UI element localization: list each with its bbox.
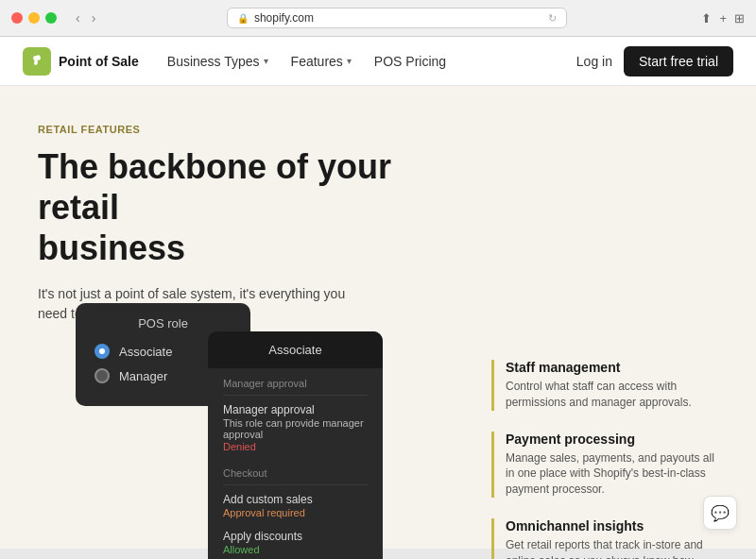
nav-features[interactable]: Features ▾ — [282, 48, 361, 75]
hero-title: The backbone of your retail business — [38, 146, 435, 269]
forward-button[interactable]: › — [88, 8, 100, 27]
refresh-icon[interactable]: ↻ — [548, 12, 557, 25]
tabs-icon[interactable]: ⊞ — [734, 11, 745, 25]
permission-apply-discounts-title: Apply discounts — [223, 530, 368, 543]
main-content: Retail FeAtuRES The backbone of your ret… — [0, 86, 756, 549]
nav-pos-pricing[interactable]: POS Pricing — [365, 48, 455, 75]
close-button[interactable] — [11, 12, 23, 24]
shopify-icon — [23, 47, 51, 76]
hero-title-line1: The backbone of your retail — [38, 147, 391, 227]
feature-payment-processing-desc: Manage sales, payments, and payouts all … — [506, 450, 718, 498]
permission-section-manager-approval: Manager approval — [223, 368, 368, 393]
feature-staff-management-title: Staff management — [506, 360, 718, 375]
nav-features-label: Features — [291, 54, 343, 69]
minimize-button[interactable] — [28, 12, 40, 24]
feature-staff-management-desc: Control what staff can access with permi… — [506, 379, 718, 411]
share-icon[interactable]: ⬆ — [701, 11, 712, 25]
nav-business-types[interactable]: Business Types ▾ — [158, 48, 278, 75]
trial-button[interactable]: Start free trial — [624, 46, 733, 76]
permission-add-custom-sales-status: Approval required — [223, 507, 368, 518]
permission-apply-discounts: Apply discounts Allowed — [223, 524, 368, 559]
navbar: Point of Sale Business Types ▾ Features … — [0, 37, 756, 86]
nav-links: Business Types ▾ Features ▾ POS Pricing — [158, 48, 576, 75]
new-tab-icon[interactable]: + — [719, 11, 727, 25]
radio-associate[interactable] — [94, 344, 110, 359]
radio-manager[interactable] — [94, 368, 110, 383]
permission-manager-approval-subtitle: This role can provide manager approval — [223, 417, 368, 440]
hero-section: Retail FeAtuRES The backbone of your ret… — [38, 124, 435, 324]
address-bar[interactable]: 🔒 shopify.com ↻ — [227, 8, 567, 28]
permission-manager-approval: Manager approval This role can provide m… — [223, 398, 368, 458]
permission-add-custom-sales: Add custom sales Approval required — [223, 487, 368, 524]
lock-icon: 🔒 — [237, 13, 249, 24]
permission-manager-approval-status: Denied — [223, 441, 368, 452]
associate-popup-body: Manager approval Manager approval This r… — [208, 368, 383, 559]
features-list: Staff management Control what staff can … — [491, 360, 718, 559]
feature-omnichannel-insights: Omnichannel insights Get retail reports … — [491, 518, 718, 559]
feature-omnichannel-insights-desc: Get retail reports that track in-store a… — [506, 537, 718, 559]
nav-logo: Point of Sale — [23, 47, 139, 76]
chevron-down-icon: ▾ — [347, 56, 352, 66]
maximize-button[interactable] — [45, 12, 57, 24]
chevron-down-icon: ▾ — [264, 56, 268, 66]
pos-mockup: POS role Associate Manager Associate Man… — [76, 303, 250, 406]
pos-role-title: POS role — [94, 316, 232, 330]
back-button[interactable]: ‹ — [72, 8, 84, 27]
browser-chrome: ‹ › 🔒 shopify.com ↻ ⬆ + ⊞ — [0, 0, 756, 37]
feature-omnichannel-insights-title: Omnichannel insights — [506, 518, 718, 534]
permission-apply-discounts-status: Allowed — [223, 544, 368, 555]
feature-payment-processing: Payment processing Manage sales, payment… — [491, 432, 718, 498]
divider — [223, 484, 368, 485]
hero-title-line2: business — [38, 229, 185, 267]
nav-business-types-label: Business Types — [167, 54, 260, 69]
feature-staff-management: Staff management Control what staff can … — [491, 360, 718, 411]
feature-payment-processing-title: Payment processing — [506, 432, 718, 447]
divider — [223, 395, 368, 396]
associate-popup-header: Associate — [208, 331, 383, 368]
address-text: shopify.com — [254, 11, 314, 25]
pos-role-associate-label: Associate — [119, 345, 172, 359]
traffic-lights — [11, 12, 57, 24]
nav-logo-text: Point of Sale — [59, 54, 139, 69]
permission-add-custom-sales-title: Add custom sales — [223, 493, 368, 506]
browser-actions: ⬆ + ⊞ — [701, 11, 745, 25]
nav-pos-pricing-label: POS Pricing — [374, 54, 446, 69]
permission-section-checkout: Checkout — [223, 458, 368, 483]
chat-icon: 💬 — [711, 504, 730, 522]
pos-role-manager-label: Manager — [119, 369, 167, 383]
associate-popup: Associate Manager approval Manager appro… — [208, 331, 383, 559]
chat-button[interactable]: 💬 — [703, 496, 737, 530]
browser-controls: ‹ › — [72, 8, 99, 27]
login-button[interactable]: Log in — [576, 54, 612, 69]
permission-manager-approval-title: Manager approval — [223, 403, 368, 416]
nav-actions: Log in Start free trial — [576, 46, 733, 76]
section-label: Retail FeAtuRES — [38, 124, 435, 135]
